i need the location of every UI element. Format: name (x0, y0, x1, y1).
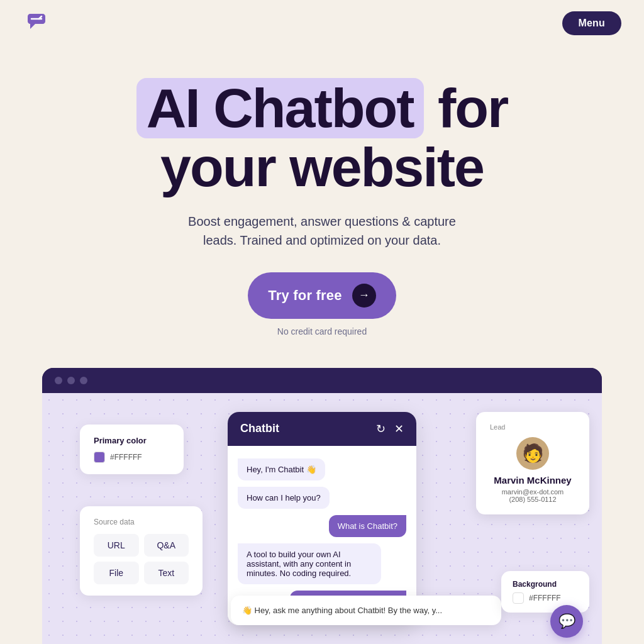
source-grid: URL Q&A File Text (94, 534, 189, 584)
primary-color-label: Primary color (94, 436, 170, 445)
cta-area: Try for free → No credit card required (50, 272, 594, 336)
chat-fab-button[interactable]: 💬 (550, 605, 583, 638)
browser-dot-1 (55, 377, 62, 384)
lead-name: Marvin McKinney (490, 475, 575, 486)
browser-dot-2 (67, 377, 75, 384)
hero-subtitle: Boost engagement, answer questions & cap… (177, 212, 467, 250)
menu-button[interactable]: Menu (562, 11, 621, 35)
source-data-label: Source data (94, 518, 189, 526)
try-for-free-button[interactable]: Try for free → (248, 272, 396, 319)
background-hex: #FFFFFF (529, 594, 561, 602)
refresh-icon[interactable]: ↻ (376, 422, 386, 436)
chatbit-title: Chatbit (240, 422, 279, 435)
background-card: Background #FFFFFF (501, 571, 589, 613)
chat-bubble-help: How can I help you? (238, 487, 330, 509)
browser-content: Primary color #FFFFFF Source data URL Q&… (42, 393, 602, 644)
chat-bubble-greeting: Hey, I'm Chatbit 👋 (238, 458, 325, 480)
background-label: Background (513, 580, 578, 589)
primary-color-card: Primary color #FFFFFF (80, 425, 184, 474)
color-row: #FFFFFF (94, 452, 170, 463)
color-hex: #FFFFFF (110, 453, 142, 462)
chat-bubble-answer: A tool to build your own AI assistant, w… (238, 543, 381, 584)
hero-section: AI Chatbot for your website Boost engage… (0, 47, 644, 362)
browser-mockup: Primary color #FFFFFF Source data URL Q&… (42, 368, 602, 644)
hero-title-part3: your website (160, 136, 484, 198)
source-item-text[interactable]: Text (144, 562, 189, 584)
source-item-url[interactable]: URL (94, 534, 139, 557)
browser-dot-3 (80, 377, 87, 384)
bottom-chat-bubble: 👋 Hey, ask me anything about Chatbit! By… (231, 596, 501, 625)
hero-title: AI Chatbot for your website (50, 78, 594, 197)
color-swatch[interactable] (94, 452, 105, 463)
cta-label: Try for free (268, 287, 342, 304)
bottom-chat-text: 👋 Hey, ask me anything about Chatbit! By… (242, 606, 442, 615)
hero-highlight: AI Chatbot (136, 78, 424, 138)
hero-title-part1: AI Chatbot (147, 77, 414, 139)
lead-badge: Lead (490, 423, 575, 431)
source-item-qa[interactable]: Q&A (144, 534, 189, 557)
lead-card: Lead 🧑 Marvin McKinney marvin@ex-dot.com… (476, 412, 589, 514)
background-swatch[interactable] (513, 592, 524, 604)
logo (23, 13, 50, 34)
chatbit-header: Chatbit ↻ ✕ (228, 412, 416, 446)
browser-bar (42, 368, 602, 393)
lead-phone: (208) 555-0112 (490, 496, 575, 503)
lead-email: marvin@ex-dot.com (490, 488, 575, 496)
cta-arrow-icon: → (352, 284, 376, 308)
chatbit-widget: Chatbit ↻ ✕ Hey, I'm Chatbit 👋 How can I… (228, 412, 416, 625)
close-icon[interactable]: ✕ (394, 422, 404, 436)
hero-title-part2: for (438, 77, 508, 139)
chat-fab-icon: 💬 (558, 613, 575, 630)
chatbit-controls: ↻ ✕ (376, 422, 404, 436)
chat-bubble-question: What is Chatbit? (329, 515, 406, 537)
lead-avatar: 🧑 (516, 437, 549, 470)
source-data-card: Source data URL Q&A File Text (80, 506, 203, 596)
background-color-row: #FFFFFF (513, 592, 578, 604)
no-credit-text: No credit card required (277, 326, 367, 336)
navbar: Menu (0, 0, 644, 47)
source-item-file[interactable]: File (94, 562, 139, 584)
